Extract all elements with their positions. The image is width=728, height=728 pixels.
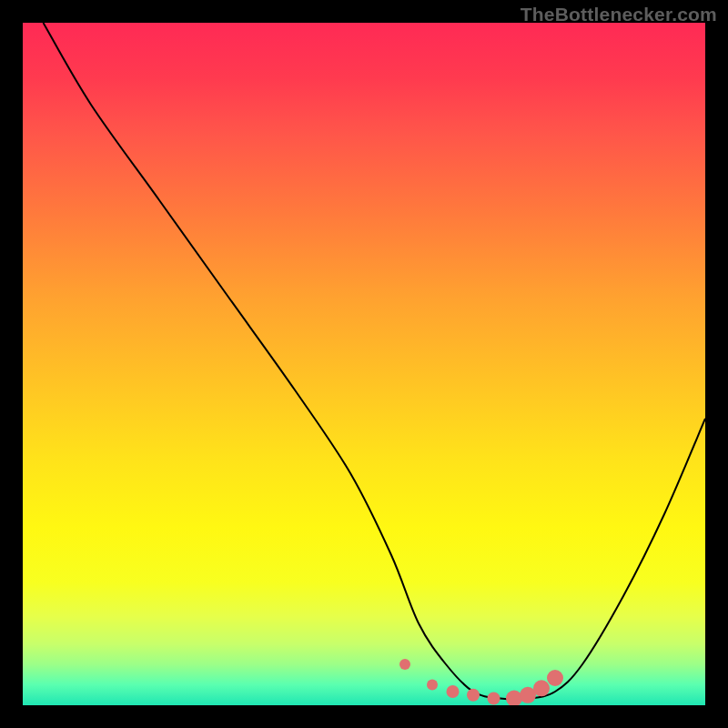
highlight-dot (488, 693, 500, 705)
highlight-dot (399, 659, 410, 670)
highlight-dot (533, 680, 550, 696)
highlight-dot (467, 689, 480, 702)
plot-area (23, 23, 705, 705)
highlight-dot (547, 670, 563, 686)
highlight-dots (399, 659, 563, 705)
highlight-dot (506, 691, 522, 706)
chart-frame: TheBottlenecker.com (0, 0, 728, 728)
chart-svg (23, 23, 705, 705)
highlight-dot (427, 680, 438, 691)
highlight-dot (447, 685, 460, 698)
bottleneck-curve (44, 23, 706, 699)
